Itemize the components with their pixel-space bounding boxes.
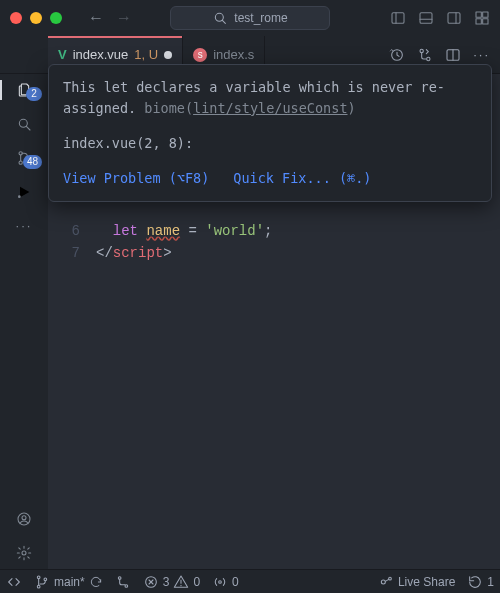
line-content: </script> [96,245,172,261]
status-problems[interactable]: 3 0 [143,574,200,590]
biome-file-icon: ѕ [193,48,207,62]
svg-point-25 [22,516,26,520]
tab-dirty-indicator [164,51,172,59]
activity-settings[interactable] [0,545,48,561]
svg-point-31 [125,584,128,587]
more-actions-icon[interactable]: ··· [473,47,490,62]
quick-fix-link[interactable]: Quick Fix... (⌘.) [233,168,371,189]
diagnostic-message: This let declares a variable which is ne… [63,77,477,119]
git-branch-icon [34,574,50,590]
history-count: 1 [487,575,494,589]
radio-tower-icon [212,574,228,590]
diagnostic-rule-link[interactable]: lint/style/useConst [193,100,347,116]
status-sync-action[interactable] [115,574,131,590]
tab-filename: index.s [213,47,254,62]
error-icon [143,574,159,590]
activity-more[interactable]: ··· [0,218,48,233]
activity-source-control[interactable]: 48 [0,150,48,166]
diagnostic-hover: This let declares a variable which is ne… [48,64,492,202]
activity-explorer[interactable]: 2 [0,82,48,98]
search-icon [16,116,32,132]
split-editor-icon[interactable] [445,47,461,63]
window-controls [10,12,62,24]
sync-icon[interactable] [89,575,103,589]
gear-icon [16,545,32,561]
activity-search[interactable] [0,116,48,132]
nav-arrows: ← → [84,7,136,29]
svg-line-1 [223,20,226,23]
ports-count: 0 [232,575,239,589]
activity-accounts[interactable] [0,511,48,527]
layout-controls [390,10,490,26]
status-bar: main* 3 0 0 Live Share 1 [0,569,500,593]
tab-filename: index.vue [73,47,129,62]
warning-count: 0 [193,575,200,589]
line-number: 7 [48,245,96,261]
customize-layout-icon[interactable] [474,10,490,26]
titlebar: ← → test_rome [0,0,500,36]
svg-rect-8 [476,12,481,17]
svg-rect-4 [420,13,432,24]
svg-rect-11 [483,19,488,24]
toggle-primary-sidebar-icon[interactable] [390,10,406,26]
zoom-window-dot[interactable] [50,12,62,24]
search-icon [212,10,228,26]
status-history[interactable]: 1 [467,574,494,590]
svg-point-37 [219,580,222,583]
explorer-badge: 2 [26,87,42,101]
account-icon [16,511,32,527]
code-line[interactable]: 7</script> [48,242,500,264]
run-debug-icon [16,184,32,200]
activity-bar: 2 48 ··· [0,74,48,569]
history-icon [467,574,483,590]
svg-rect-10 [476,19,481,24]
status-ports[interactable]: 0 [212,574,239,590]
diagnostic-location: index.vue(2, 8): [63,133,477,154]
remote-icon [6,574,22,590]
vue-file-icon: V [58,47,67,62]
compare-changes-icon[interactable] [417,47,433,63]
status-branch[interactable]: main* [34,574,103,590]
nav-forward-icon[interactable]: → [112,7,136,29]
svg-point-26 [22,551,26,555]
line-content: let name = 'world'; [96,223,272,239]
view-problem-link[interactable]: View Problem (⌥F8) [63,168,209,189]
live-share-icon [378,574,394,590]
svg-rect-9 [483,12,488,17]
minimize-window-dot[interactable] [30,12,42,24]
cloud-upload-icon [115,574,131,590]
toggle-secondary-sidebar-icon[interactable] [446,10,462,26]
svg-line-18 [26,126,30,130]
svg-point-23 [18,195,21,198]
svg-point-14 [427,57,430,60]
nav-back-icon[interactable]: ← [84,7,108,29]
svg-rect-2 [392,13,404,24]
error-count: 3 [163,575,170,589]
code-line[interactable]: 6 let name = 'world'; [48,220,500,242]
close-window-dot[interactable] [10,12,22,24]
svg-rect-6 [448,13,460,24]
svg-point-38 [381,580,385,584]
command-center-text: test_rome [234,11,287,25]
toggle-panel-icon[interactable] [418,10,434,26]
warning-icon [173,574,189,590]
diagnostic-actions: View Problem (⌥F8) Quick Fix... (⌘.) [63,168,477,189]
live-share-label: Live Share [398,575,455,589]
ellipsis-icon: ··· [16,218,33,233]
tab-git-status: 1, U [134,47,158,62]
branch-name: main* [54,575,85,589]
timeline-icon[interactable] [389,47,405,63]
status-remote[interactable] [6,574,22,590]
line-number: 6 [48,223,96,239]
activity-run-debug[interactable] [0,184,48,200]
command-center[interactable]: test_rome [170,6,330,30]
diagnostic-source: biome [144,100,185,116]
scm-badge: 48 [23,155,42,169]
status-live-share[interactable]: Live Share [378,574,455,590]
svg-marker-22 [20,187,29,198]
